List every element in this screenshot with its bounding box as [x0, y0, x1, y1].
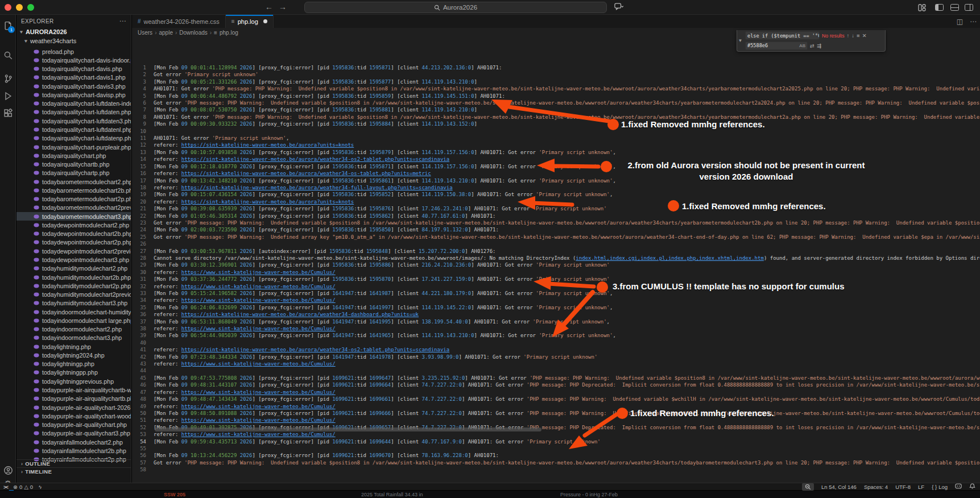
close-window-button[interactable] [5, 4, 11, 11]
log-line[interactable]: 9[Mon Feb 09 00:09:30.933232 2026] [prox… [132, 121, 980, 127]
file-item[interactable]: todaylightning2024.php [16, 351, 131, 359]
more-actions-icon[interactable]: ⋯ [970, 18, 977, 26]
log-line[interactable]: 35[Mon Feb 09 06:24:06.832699 2026] [pro… [132, 304, 980, 311]
log-line[interactable]: 10 [132, 128, 980, 135]
back-button[interactable]: ← [265, 2, 273, 11]
problems-status[interactable]: ⊗0 △0 [13, 484, 33, 490]
toggle-panel-icon[interactable] [950, 4, 959, 11]
log-line[interactable]: 15[Mon Feb 09 00:12:18.018770 2026] [pro… [132, 163, 980, 170]
log-line[interactable]: 26 [132, 240, 980, 247]
log-line[interactable]: 43referer: https://www.sint-katelijne-wa… [132, 360, 980, 367]
log-line[interactable]: 28Cannot serve directory /var/www/sint-k… [132, 255, 980, 262]
accounts-icon[interactable] [0, 463, 16, 478]
file-item[interactable]: todayairqualitychart-luftdaten-indoor.ph… [16, 99, 131, 108]
file-item[interactable]: todaybarometermodulechart2p.php [16, 195, 131, 204]
log-line[interactable]: 19[Mon Feb 09 00:15:07.436154 2026] [pro… [132, 191, 980, 198]
previous-match-icon[interactable]: ↑ [847, 32, 850, 39]
file-item[interactable]: todayairqualitychart-davis1.php [16, 73, 131, 82]
log-line[interactable]: 34referer: https://www.sint-katelijne-wa… [132, 297, 980, 304]
log-line[interactable]: 5[Mon Feb 09 00:06:44.486792 2026] [prox… [132, 93, 980, 99]
file-item[interactable]: todaylightningpp.php [16, 368, 131, 377]
file-item[interactable]: todayairqualitychart-luftdatenp.php [16, 134, 131, 143]
log-line[interactable]: 31[Mon Feb 09 03:37:36.244772 2026] [pro… [132, 276, 980, 283]
file-item[interactable]: todayrainfallmodulechart2.php [16, 438, 131, 446]
replace-all-icon[interactable]: ⇶ [817, 43, 821, 49]
file-item[interactable]: todayairqualitychartp.php [16, 169, 131, 177]
file-item[interactable]: todayairqualitychartb.php [16, 160, 131, 168]
log-line[interactable]: 22[Mon Feb 09 01:05:46.305314 2026] [pro… [132, 213, 980, 219]
outline-section[interactable]: › OUTLINE [16, 459, 131, 467]
log-line[interactable]: 13[Mon Feb 09 00:10:57.093858 2026] [pro… [132, 149, 980, 156]
log-line[interactable]: 23Got error 'PHP message: PHP Warning: U… [132, 219, 980, 226]
file-item[interactable]: todaylightning.php [16, 342, 131, 351]
notifications-bell-icon[interactable] [969, 483, 975, 491]
log-line[interactable]: 16referer: https://sint-katelijne-waver-… [132, 170, 980, 177]
find-in-selection-icon[interactable]: ≡ [857, 32, 860, 39]
log-line[interactable]: 33[Mon Feb 09 05:15:24.196582 2026] [pro… [132, 290, 980, 297]
file-item[interactable]: todayindoormodulechart2.php [16, 325, 131, 334]
log-line[interactable]: 17[Mon Feb 09 00:13:42.148210 2026] [pro… [132, 177, 980, 184]
file-item[interactable]: todaydewpointmodulechart2b.php [16, 230, 131, 238]
file-item[interactable]: todaylightningp.php [16, 360, 131, 368]
timeline-section[interactable]: › TIMELINE [16, 467, 131, 475]
file-item[interactable]: todayairqualitychart-davis-indoor.php [16, 56, 131, 64]
search-activity-icon[interactable] [0, 48, 16, 63]
tab-php-log[interactable]: ≡ php.log [226, 15, 274, 28]
file-item[interactable]: todayairqualitychart-purpleair.php [16, 143, 131, 151]
file-item[interactable]: todayairqualitychart-luftdaten3.php [16, 117, 131, 125]
minimize-window-button[interactable] [16, 4, 23, 11]
indentation[interactable]: Spaces: 4 [864, 484, 888, 490]
cursor-position[interactable]: Ln 54, Col 146 [821, 484, 857, 490]
eol-sequence[interactable]: LF [918, 484, 924, 490]
file-item[interactable]: todaydewpointmodulechart3.php [16, 255, 131, 264]
log-line[interactable]: 36referer: https://sint-katelijne-waver-… [132, 311, 980, 318]
log-line[interactable]: 38referer: https://www.sint-katelijne-wa… [132, 325, 980, 332]
zoom-out-icon[interactable] [802, 483, 814, 491]
log-line[interactable]: 55 [132, 445, 980, 452]
log-line[interactable]: 44 [132, 367, 980, 374]
file-item[interactable]: todayrainfallmodulechart2b.php [16, 446, 131, 455]
file-item[interactable]: todayindoormodulechart-humidity-large.ph… [16, 308, 131, 316]
log-line[interactable]: 30referer: https://www.sint-katelijne-wa… [132, 269, 980, 276]
file-item[interactable]: todaypurple-air-qualitychart3.php [16, 429, 131, 438]
file-item[interactable]: todaybarometermodulechart2previous.php [16, 204, 131, 212]
file-item[interactable]: todayindoormodulechart large.php [16, 316, 131, 325]
log-line[interactable]: 42[Mon Feb 09 07:23:48.344334 2026] [pro… [132, 354, 980, 360]
file-item[interactable]: todaydewpointmodulechart2previous.php [16, 247, 131, 255]
file-item[interactable]: todayhumiditymodulechart2.php [16, 264, 131, 273]
log-line[interactable]: 6Got error 'PHP message: PHP Warning: Un… [132, 99, 980, 106]
run-debug-icon[interactable] [0, 89, 16, 103]
replace-input[interactable]: #5588e6 AB [745, 42, 808, 50]
toggle-secondary-sidebar-icon[interactable] [965, 4, 973, 11]
log-line[interactable]: 56[Mon Feb 09 10:13:24.456229 2026] [pro… [132, 452, 980, 459]
file-item[interactable]: todaypurple-air-qualitychart-2026.php [16, 403, 131, 412]
log-line[interactable]: 11AH01071: Got error 'Primary script unk… [132, 135, 980, 142]
log-line[interactable]: 4AH01071: Got error 'PHP message: PHP Wa… [132, 85, 980, 92]
log-line[interactable]: 20referer: https://sint-katelijne-waver-… [132, 198, 980, 205]
log-line[interactable]: 45[Mon Feb 09 09:47:53.775808 2026] [pro… [132, 375, 980, 381]
file-item[interactable]: todaypurple-air-qualitychart.php [16, 420, 131, 429]
log-line[interactable]: 21[Mon Feb 09 00:39:08.635939 2026] [pro… [132, 205, 980, 212]
toggle-primary-sidebar-icon[interactable] [935, 4, 944, 11]
file-item[interactable]: todaydewpointmodulechart2p.php [16, 238, 131, 247]
file-item[interactable]: todaylightningprevious.php [16, 377, 131, 385]
log-line[interactable]: 32referer: https://www.sint-katelijne-wa… [132, 283, 980, 290]
log-line[interactable]: 24[Mon Feb 09 02:00:03.723590 2026] [pro… [132, 226, 980, 233]
log-editor-content[interactable]: 1[Mon Feb 09 00:01:41.128994 2026] [prox… [132, 37, 980, 483]
log-line[interactable]: 29[Mon Feb 09 03:30:12.396901 2026] [pro… [132, 262, 980, 268]
log-line[interactable]: 58 [132, 466, 980, 473]
workspace-root[interactable]: ▼ AURORA2026 [16, 27, 131, 36]
maximize-window-button[interactable] [27, 4, 34, 11]
folder-weather34charts[interactable]: ▼ weather34charts [16, 36, 131, 45]
file-item[interactable]: todaybarometermodulechart2.php [16, 177, 131, 186]
log-line[interactable]: 41referer: https://sint-katelijne-waver-… [132, 346, 980, 353]
file-item[interactable]: preload.php [16, 47, 131, 56]
toggle-replace-chevron-icon[interactable]: ▼ [737, 30, 743, 51]
file-item[interactable]: todayairqualitychart.php [16, 151, 131, 160]
horizontal-scrollbar[interactable] [155, 428, 541, 431]
file-item[interactable]: todayhumiditymodulechart2b.php [16, 273, 131, 281]
file-item[interactable]: todayhumiditymodulechart2p.php [16, 281, 131, 290]
next-match-icon[interactable]: ↓ [851, 32, 854, 39]
file-item[interactable]: todayairqualitychart-davis.php [16, 65, 131, 73]
file-item[interactable]: todayhumiditymodulechart3.php [16, 299, 131, 308]
